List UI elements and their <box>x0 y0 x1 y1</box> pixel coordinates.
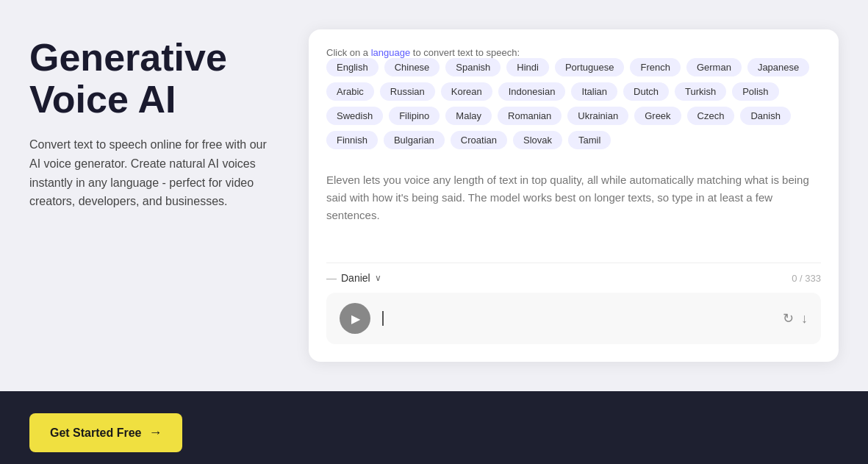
language-tag-chinese[interactable]: Chinese <box>384 58 440 76</box>
divider <box>326 263 821 263</box>
language-tag-croatian[interactable]: Croatian <box>451 131 507 149</box>
text-input[interactable] <box>326 171 821 260</box>
language-tag-indonesian[interactable]: Indonesian <box>498 82 566 101</box>
language-tag-japanese[interactable]: Japanese <box>747 58 809 76</box>
language-tag-russian[interactable]: Russian <box>380 82 435 101</box>
language-tag-portuguese[interactable]: Portuguese <box>555 58 625 76</box>
arrow-icon: → <box>148 425 162 440</box>
language-tag-finnish[interactable]: Finnish <box>326 131 378 149</box>
language-tag-greek[interactable]: Greek <box>634 107 681 125</box>
language-tags: EnglishChineseSpanishHindiPortugueseFren… <box>326 58 821 149</box>
language-tag-swedish[interactable]: Swedish <box>326 107 383 125</box>
play-icon: ▶ <box>351 312 360 326</box>
language-tag-spanish[interactable]: Spanish <box>445 58 501 76</box>
language-highlight: language <box>371 47 411 58</box>
language-tag-filipino[interactable]: Filipino <box>389 107 440 125</box>
language-tag-turkish[interactable]: Turkish <box>675 82 726 101</box>
language-tag-romanian[interactable]: Romanian <box>498 107 562 125</box>
text-area-container <box>326 171 821 263</box>
language-tag-arabic[interactable]: Arabic <box>326 82 374 101</box>
cursor-bar <box>382 311 384 326</box>
voice-name: Daniel <box>341 272 370 284</box>
get-started-button[interactable]: Get Started Free → <box>29 413 182 452</box>
language-tag-german[interactable]: German <box>686 58 742 76</box>
footer-bar: Get Started Free → <box>0 391 868 464</box>
tts-panel: Click on a language to convert text to s… <box>309 29 839 362</box>
hero-description: Convert text to speech online for free w… <box>29 135 279 210</box>
download-icon[interactable]: ↓ <box>801 311 808 326</box>
hero-title: Generative Voice AI <box>29 37 279 121</box>
cta-label: Get Started Free <box>50 426 141 440</box>
voice-selector-row: — Daniel ∨ 0 / 333 <box>326 272 821 284</box>
language-tag-hindi[interactable]: Hindi <box>506 58 549 76</box>
refresh-icon[interactable]: ↻ <box>783 310 794 326</box>
voice-dash: — <box>326 272 337 284</box>
language-tag-czech[interactable]: Czech <box>687 107 735 125</box>
audio-actions: ↻ ↓ <box>783 310 808 326</box>
language-tag-malay[interactable]: Malay <box>445 107 492 125</box>
char-count: 0 / 333 <box>792 273 821 284</box>
language-tag-french[interactable]: French <box>630 58 680 76</box>
chevron-down-icon: ∨ <box>375 273 381 283</box>
audio-player: ▶ ↻ ↓ <box>326 293 821 344</box>
language-tag-ukrainian[interactable]: Ukrainian <box>567 107 628 125</box>
language-tag-tamil[interactable]: Tamil <box>568 131 611 149</box>
language-tag-danish[interactable]: Danish <box>740 107 790 125</box>
language-header: Click on a language to convert text to s… <box>326 47 821 161</box>
language-tag-bulgarian[interactable]: Bulgarian <box>384 131 445 149</box>
language-tag-dutch[interactable]: Dutch <box>623 82 669 101</box>
voice-selector[interactable]: — Daniel ∨ <box>326 272 381 284</box>
language-tag-polish[interactable]: Polish <box>732 82 778 101</box>
language-tag-english[interactable]: English <box>326 58 379 76</box>
play-button[interactable]: ▶ <box>340 303 370 334</box>
waveform <box>379 307 774 329</box>
language-tag-korean[interactable]: Korean <box>441 82 492 101</box>
language-tag-slovak[interactable]: Slovak <box>513 131 562 149</box>
language-tag-italian[interactable]: Italian <box>571 82 617 101</box>
